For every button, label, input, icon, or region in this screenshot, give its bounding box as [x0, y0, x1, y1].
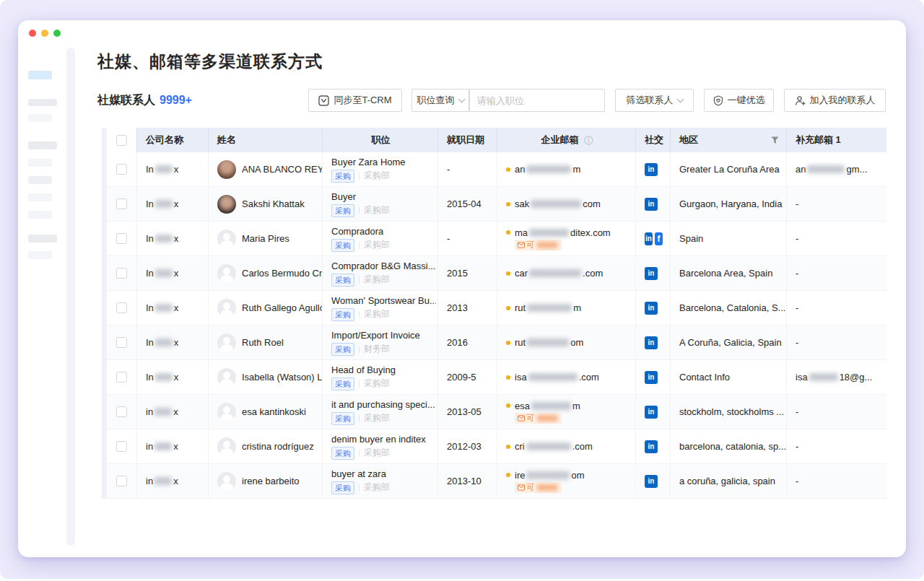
chevron-down-icon: [458, 95, 465, 102]
contact-name[interactable]: Carlos Bermudo Cr...: [242, 268, 323, 279]
linkedin-icon[interactable]: in: [645, 475, 658, 488]
reachable-badge: 可: [515, 482, 562, 493]
facebook-icon[interactable]: f: [655, 232, 663, 245]
sync-to-crm-button[interactable]: 同步至T-CRM: [308, 89, 402, 112]
extra-email: isa18@g...: [787, 360, 886, 394]
maximize-window-icon[interactable]: [53, 30, 61, 37]
email-cell: sakcom: [497, 187, 636, 221]
select-all-checkbox[interactable]: [116, 135, 127, 146]
info-icon[interactable]: [584, 136, 593, 145]
one-click-select-button[interactable]: 一键优选: [704, 89, 774, 112]
contact-name[interactable]: esa kantinkoski: [242, 406, 306, 417]
header-region[interactable]: 地区: [671, 128, 787, 152]
contact-name[interactable]: Sakshi Khattak: [242, 198, 305, 209]
social-icons: inf: [636, 222, 671, 255]
linkedin-icon[interactable]: in: [645, 406, 658, 419]
position-title: denim buyer en inditex: [331, 434, 426, 445]
blurred-text: [527, 304, 572, 312]
position-search-input[interactable]: [477, 95, 604, 106]
region: Contact Info: [671, 360, 787, 394]
hire-date: 2009-5: [438, 360, 497, 394]
divider: [359, 484, 359, 492]
header-name[interactable]: 姓名: [209, 128, 323, 152]
avatar: [217, 368, 236, 387]
position-meta: 采购 采购部: [331, 412, 390, 425]
header-company[interactable]: 公司名称: [137, 128, 209, 152]
avatar: [217, 299, 236, 318]
filter-contacts-button[interactable]: 筛选联系人: [615, 89, 694, 112]
name-cell: esa kantinkoski: [209, 395, 323, 429]
row-checkbox[interactable]: [116, 164, 127, 175]
contact-name[interactable]: ANA BLANCO REY: [242, 164, 323, 175]
linkedin-icon[interactable]: in: [645, 336, 658, 349]
divider: [359, 311, 359, 318]
reachable-badge: 可: [515, 240, 562, 250]
avatar: [217, 437, 236, 456]
contact-name[interactable]: cristina rodríguez: [242, 441, 314, 452]
avatar: [217, 195, 236, 214]
row-checkbox[interactable]: [116, 268, 127, 279]
email-cell: anm: [497, 152, 636, 186]
linkedin-icon[interactable]: in: [645, 371, 658, 384]
linkedin-icon[interactable]: in: [645, 440, 658, 453]
row-checkbox[interactable]: [116, 337, 127, 348]
skeleton-bar-active: [28, 71, 52, 79]
department-tag: 采购: [331, 377, 354, 390]
header-email[interactable]: 企业邮箱: [497, 128, 636, 152]
contact-name[interactable]: Maria Pires: [242, 233, 289, 244]
contact-name[interactable]: Isabella (Watson) L...: [242, 372, 323, 383]
contact-name[interactable]: Ruth Gallego Agulló: [242, 302, 323, 313]
department-tag: 采购: [331, 412, 354, 425]
filter-funnel-icon[interactable]: [771, 136, 779, 144]
email-cell: esam 可: [497, 395, 636, 429]
linkedin-icon[interactable]: in: [645, 302, 658, 315]
linkedin-icon[interactable]: in: [645, 163, 658, 176]
name-cell: Ruth Gallego Agulló: [209, 291, 323, 325]
row-checkbox[interactable]: [116, 372, 127, 383]
name-cell: irene barbeito: [209, 464, 323, 498]
row-checkbox[interactable]: [116, 441, 127, 452]
crm-logo-icon: [318, 95, 329, 106]
region: Barcelona, Catalonia, S...: [671, 291, 787, 325]
linkedin-icon[interactable]: in: [645, 232, 653, 245]
row-checkbox[interactable]: [116, 406, 127, 417]
divider: [359, 276, 359, 284]
email-status-dot: [506, 341, 510, 345]
avatar: [217, 264, 236, 283]
email-line: esam: [506, 401, 580, 411]
header-date[interactable]: 就职日期: [438, 128, 497, 152]
blurred-text: [529, 269, 581, 277]
hire-date: 2013: [438, 291, 497, 325]
region: Greater La Coruña Area: [671, 152, 787, 186]
row-checkbox[interactable]: [116, 198, 127, 209]
header-social[interactable]: 社交: [636, 128, 671, 152]
name-cell: Isabella (Watson) L...: [209, 360, 323, 394]
extra-email: -: [787, 395, 886, 429]
contact-name[interactable]: Ruth Roel: [242, 337, 284, 348]
blurred-text: [529, 229, 569, 237]
email-status-dot: [506, 473, 510, 477]
header-extra-email[interactable]: 补充邮箱 1: [787, 128, 886, 152]
row-checkbox[interactable]: [116, 476, 127, 486]
skeleton-bar: [28, 159, 52, 167]
header-position[interactable]: 职位: [323, 128, 438, 152]
contact-name[interactable]: irene barbeito: [242, 476, 300, 486]
table-row: inx irene barbeito buyer at zara 采购 采购部 …: [107, 464, 886, 499]
position-query-select[interactable]: 职位查询: [411, 89, 469, 112]
linkedin-icon[interactable]: in: [645, 198, 658, 211]
position-title: buyer at zara: [331, 468, 386, 479]
region: Spain: [671, 222, 787, 255]
linkedin-icon[interactable]: in: [645, 267, 658, 280]
row-checkbox[interactable]: [116, 233, 127, 244]
company-cell: inx: [137, 429, 209, 463]
close-window-icon[interactable]: [29, 30, 36, 37]
extra-email: -: [787, 222, 886, 255]
minimize-window-icon[interactable]: [41, 30, 48, 37]
divider: [359, 415, 359, 422]
add-to-my-contacts-button[interactable]: 加入我的联系人: [784, 89, 886, 112]
department-name: 采购部: [364, 308, 390, 320]
table-row: Inx Sakshi Khattak Buyer 采购 采购部 2015-04 …: [107, 187, 886, 222]
email-cell: maditex.com 可: [497, 222, 636, 255]
row-checkbox[interactable]: [116, 302, 127, 313]
social-icons: in: [636, 187, 671, 221]
